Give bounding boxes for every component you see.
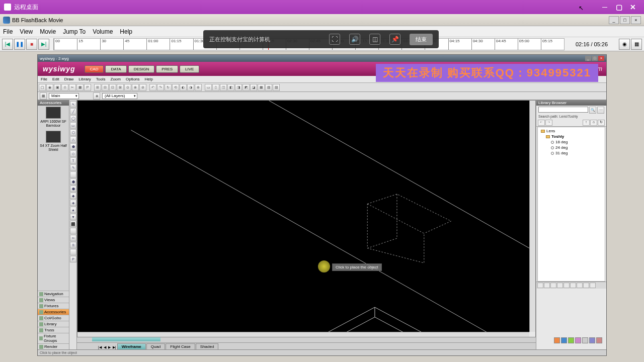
wys-toolbar-btn-14[interactable]: ⊘ [139, 84, 146, 91]
tray-icon-2[interactable] [561, 337, 567, 343]
rd-minimize-button[interactable]: ─ [598, 2, 612, 12]
wys-menu-zoom[interactable]: Zoom [111, 77, 121, 81]
wys-vtool-19[interactable]: ✂ [70, 235, 76, 241]
rd-maximize-button[interactable]: ▢ [612, 2, 626, 12]
wys-vtool-17[interactable]: ⬛ [70, 221, 76, 227]
fb-stop-button[interactable]: ■ [26, 39, 37, 50]
tray-icon-5[interactable] [582, 337, 588, 343]
wys-vtool-20[interactable]: ⎘ [70, 242, 76, 248]
lib-footer-btn-2[interactable] [550, 283, 556, 288]
lib-up-icon[interactable]: ↑ [583, 120, 590, 126]
tree-item[interactable]: 18 deg [540, 139, 603, 145]
wys-mode-pres[interactable]: PRES [156, 65, 178, 73]
wys-toolbar-btn-33[interactable]: ▨ [273, 84, 280, 91]
wys-toolbar-btn-2[interactable]: ▣ [54, 84, 61, 91]
wys-vtool-4[interactable]: ⬡ [70, 129, 76, 136]
fb-menu-view[interactable]: View [20, 28, 33, 35]
fb-maximize-button[interactable]: □ [620, 16, 630, 24]
wys-toolbar-btn-28[interactable]: ◨ [235, 84, 242, 91]
wys-library-search-input[interactable] [538, 107, 588, 113]
wys-toolbar-btn-30[interactable]: ◪ [250, 84, 257, 91]
wys-toolbar-btn-6[interactable]: P [84, 84, 91, 91]
view-tab-shaded[interactable]: Shaded [196, 343, 219, 349]
wys-toolbar-btn-17[interactable]: ↷ [157, 84, 164, 91]
wys-toolbar-btn-29[interactable]: ◩ [243, 84, 250, 91]
lib-home-icon[interactable]: ⌂ [590, 120, 597, 126]
wys-3d-canvas[interactable]: Click to place the object [77, 101, 529, 332]
overlay-pin-icon[interactable]: 📌 [389, 34, 400, 45]
wys-vtool-21[interactable] [70, 249, 76, 255]
tab-nav-button[interactable]: |◀ [97, 345, 103, 349]
wys-toolbar-btn-19[interactable]: ⟲ [172, 84, 179, 91]
lib-back-icon[interactable]: ← [538, 120, 545, 126]
wys-vtool-0[interactable]: ↖ [70, 101, 76, 108]
wys-vtool-14[interactable]: ◈ [70, 200, 76, 206]
wys-toolbar-btn-4[interactable]: ✂ [69, 84, 76, 91]
wys-menu-draw[interactable]: Draw [64, 77, 74, 81]
wys-toolbar-btn-21[interactable]: ◑ [187, 84, 194, 91]
accessory-item[interactable]: ARPI 1000W SF Barndoor [39, 107, 68, 128]
fb-minimize-button[interactable]: _ [609, 16, 619, 24]
tree-item[interactable]: 31 deg [540, 150, 603, 156]
wys-toolbar-btn-3[interactable]: ⎙ [61, 84, 68, 91]
tab-nav-button[interactable]: ▶| [112, 345, 117, 349]
overlay-audio-icon[interactable]: 🔊 [349, 34, 360, 45]
overlay-end-button[interactable]: 结束 [410, 34, 433, 45]
wys-vtool-6[interactable]: ⬟ [70, 143, 76, 150]
accessory-item[interactable]: S4 XT Zoom Half Shield [39, 131, 68, 152]
fb-skip-start-button[interactable]: |◀ [2, 39, 13, 50]
wys-menu-file[interactable]: File [41, 77, 47, 81]
tray-icon-6[interactable] [589, 337, 595, 343]
wys-vtool-2[interactable]: ◯ [70, 115, 76, 122]
fb-marker-button[interactable]: ◉ [619, 39, 630, 50]
nav-item-colgobo[interactable]: Col/Gobo [38, 315, 69, 321]
wys-menu-options[interactable]: Options [126, 77, 140, 81]
tray-icon-1[interactable] [554, 337, 560, 343]
wys-toolbar-btn-25[interactable]: ▯ [212, 84, 219, 91]
fb-close-button[interactable]: × [631, 16, 641, 24]
nav-item-library[interactable]: Library [38, 321, 69, 327]
fb-export-button[interactable]: ▦ [631, 39, 642, 50]
fb-menu-file[interactable]: File [3, 28, 13, 35]
tray-icon-7[interactable] [596, 337, 602, 343]
wys-vtool-1[interactable]: ╱ [70, 108, 76, 115]
wys-vtool-15[interactable]: ▲ [70, 207, 76, 213]
tray-icon-3[interactable] [568, 337, 574, 343]
wys-toolbar-btn-8[interactable]: ⊞ [94, 84, 101, 91]
wys-mode-live[interactable]: LIVE [180, 65, 199, 73]
nav-item-accessories[interactable]: Accessories [38, 309, 69, 315]
nav-item-views[interactable]: Views [38, 297, 69, 303]
wys-vertical-scrollbar[interactable] [529, 101, 535, 332]
fb-menu-movie[interactable]: Movie [40, 28, 56, 35]
wys-toolbar-btn-10[interactable]: ⊡ [109, 84, 116, 91]
wys-vtool-18[interactable] [70, 228, 76, 234]
lib-footer-btn-0[interactable] [537, 283, 543, 288]
wys-minimize-button[interactable]: _ [585, 56, 591, 61]
wys-vtool-11[interactable]: ⬢ [70, 178, 76, 185]
wys-toolbar-btn-13[interactable]: ⊗ [132, 84, 139, 91]
nav-item-navigation[interactable]: Navigation [38, 291, 69, 297]
overlay-fullscreen-icon[interactable]: ⛶ [329, 34, 340, 45]
wys-library-tree[interactable]: LensToshly18 deg24 deg31 deg [537, 127, 605, 282]
lib-footer-btn-7[interactable] [583, 283, 589, 288]
lib-footer-btn-1[interactable] [544, 283, 550, 288]
wys-toolbar-btn-5[interactable]: ▦ [76, 84, 84, 91]
wys-toolbar-btn-18[interactable]: ↻ [165, 84, 172, 91]
wys-menu-library[interactable]: Library [78, 77, 91, 81]
wys-vtool-8[interactable]: T [70, 157, 76, 164]
tray-icon-4[interactable] [575, 337, 581, 343]
lib-footer-btn-5[interactable] [570, 283, 576, 288]
nav-item-truss[interactable]: Truss [38, 327, 69, 333]
wys-library-search-go-icon[interactable]: 🔍 [589, 107, 596, 114]
fb-menu-volume[interactable]: Volume [93, 28, 113, 35]
wys-menu-edit[interactable]: Edit [52, 77, 59, 81]
wys-layer-btn[interactable]: ◈ [93, 93, 100, 100]
lib-footer-btn-4[interactable] [564, 283, 570, 288]
tree-item[interactable]: Toshly [540, 134, 603, 139]
wys-toolbar-btn-12[interactable]: ⊙ [124, 84, 131, 91]
wys-menu-help[interactable]: Help [145, 77, 153, 81]
wys-view-selector[interactable]: Main [49, 93, 79, 99]
wys-toolbar-btn-32[interactable]: ▧ [265, 84, 272, 91]
wys-mode-design[interactable]: DESIGN [128, 65, 155, 73]
wys-toolbar-btn-26[interactable]: ◫ [220, 84, 227, 91]
